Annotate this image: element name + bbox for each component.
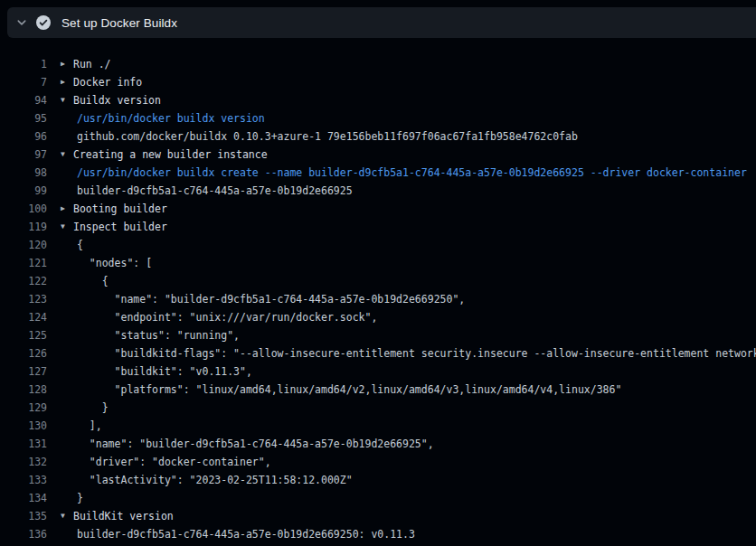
- log-row: 1 ▶ Run ./: [0, 55, 756, 73]
- log-row: 131 "name": "builder-d9cfb5a1-c764-445a-…: [0, 435, 756, 453]
- log-row: 135 ▼ BuildKit version: [0, 507, 756, 525]
- log-line-text: Booting builder: [73, 200, 167, 218]
- log-line-text: BuildKit version: [73, 507, 174, 525]
- log-line-text: Docker info: [73, 73, 142, 91]
- log-line-text: "driver": "docker-container",: [77, 453, 271, 471]
- line-number[interactable]: 128: [7, 381, 47, 399]
- line-number[interactable]: 131: [7, 435, 47, 453]
- chevron-right-icon[interactable]: ▶: [61, 55, 72, 73]
- chevron-right-icon[interactable]: ▶: [61, 73, 72, 91]
- log-row: 95 /usr/bin/docker buildx version: [0, 109, 756, 127]
- log-line-text: /usr/bin/docker buildx create --name bui…: [77, 164, 747, 182]
- log-line-text: "endpoint": "unix:///var/run/docker.sock…: [77, 308, 377, 326]
- chevron-right-icon[interactable]: ▶: [61, 200, 72, 218]
- log-row: 99 builder-d9cfb5a1-c764-445a-a57e-0b19d…: [0, 182, 756, 200]
- line-number[interactable]: 97: [7, 146, 47, 164]
- log-line-text: }: [77, 399, 109, 417]
- log-row: 96 github.com/docker/buildx 0.10.3+azure…: [0, 127, 756, 146]
- line-number[interactable]: 126: [7, 344, 47, 362]
- log-line-text: {: [77, 236, 83, 254]
- line-number[interactable]: 135: [7, 507, 47, 525]
- log-row: 120 {: [0, 236, 756, 254]
- log-line-text: {: [77, 272, 109, 290]
- line-number[interactable]: 122: [7, 272, 47, 290]
- log-row: 124 "endpoint": "unix:///var/run/docker.…: [0, 308, 756, 326]
- log-row: 121 "nodes": [: [0, 254, 756, 272]
- log-row: 126 "buildkitd-flags": "--allow-insecure…: [0, 344, 756, 362]
- line-number[interactable]: 130: [7, 417, 47, 435]
- line-number[interactable]: 96: [7, 127, 47, 146]
- line-number[interactable]: 99: [7, 182, 47, 200]
- line-number[interactable]: 132: [7, 453, 47, 471]
- chevron-down-icon[interactable]: ▼: [61, 218, 72, 236]
- log-row: 128 "platforms": "linux/amd64,linux/amd6…: [0, 381, 756, 399]
- log-line-text: /usr/bin/docker buildx version: [77, 109, 265, 127]
- log-row: 122 {: [0, 272, 756, 290]
- check-circle-icon: [36, 15, 51, 30]
- line-number[interactable]: 98: [7, 164, 47, 182]
- log-row: 7 ▶ Docker info: [0, 73, 756, 91]
- log-row: 97 ▼ Creating a new builder instance: [0, 146, 756, 164]
- log-row: 136 builder-d9cfb5a1-c764-445a-a57e-0b19…: [0, 525, 756, 543]
- log-row: 127 "buildkit": "v0.11.3",: [0, 362, 756, 381]
- log-line-text: Inspect builder: [73, 218, 167, 236]
- log-line-text: "status": "running",: [77, 326, 240, 344]
- log-row: 98 /usr/bin/docker buildx create --name …: [0, 164, 756, 182]
- line-number[interactable]: 119: [7, 218, 47, 236]
- chevron-down-icon[interactable]: ▼: [61, 91, 72, 109]
- line-number[interactable]: 129: [7, 399, 47, 417]
- line-number[interactable]: 7: [7, 73, 47, 91]
- line-number[interactable]: 133: [7, 471, 47, 489]
- line-number[interactable]: 121: [7, 254, 47, 272]
- line-number[interactable]: 100: [7, 200, 47, 218]
- line-number[interactable]: 120: [7, 236, 47, 254]
- log-row: 125 "status": "running",: [0, 326, 756, 344]
- log-line-text: Creating a new builder instance: [73, 146, 268, 164]
- log-line-text: ],: [77, 417, 102, 435]
- log-line-text: Buildx version: [73, 91, 161, 109]
- log-row: 132 "driver": "docker-container",: [0, 453, 756, 471]
- log-line-text: github.com/docker/buildx 0.10.3+azure-1 …: [77, 127, 578, 146]
- step-title: Set up Docker Buildx: [61, 16, 177, 30]
- log-row: 119 ▼ Inspect builder: [0, 218, 756, 236]
- log-line-text: "buildkitd-flags": "--allow-insecure-ent…: [77, 344, 756, 362]
- log-row: 94 ▼ Buildx version: [0, 91, 756, 109]
- log-row: 134 }: [0, 489, 756, 507]
- line-number[interactable]: 123: [7, 290, 47, 308]
- line-number[interactable]: 134: [7, 489, 47, 507]
- log-viewer: Set up Docker Buildx 1 ▶ Run ./ 7 ▶ Dock…: [0, 0, 756, 546]
- line-number[interactable]: 124: [7, 308, 47, 326]
- chevron-down-icon[interactable]: ▼: [61, 507, 72, 525]
- log-line-text: Run ./: [73, 55, 111, 73]
- log-line-text: }: [77, 489, 83, 507]
- step-header[interactable]: Set up Docker Buildx: [7, 7, 756, 38]
- log-row: 123 "name": "builder-d9cfb5a1-c764-445a-…: [0, 290, 756, 308]
- log-lines[interactable]: 1 ▶ Run ./ 7 ▶ Docker info 94 ▼ Buildx v…: [0, 38, 756, 546]
- log-line-text: "name": "builder-d9cfb5a1-c764-445a-a57e…: [77, 290, 465, 308]
- log-line-text: "platforms": "linux/amd64,linux/amd64/v2…: [77, 381, 621, 399]
- line-number[interactable]: 94: [7, 91, 47, 109]
- log-line-text: "buildkit": "v0.11.3",: [77, 362, 252, 381]
- log-row: 133 "lastActivity": "2023-02-25T11:58:12…: [0, 471, 756, 489]
- log-row: 100 ▶ Booting builder: [0, 200, 756, 218]
- line-number[interactable]: 127: [7, 362, 47, 381]
- log-line-text: "lastActivity": "2023-02-25T11:58:12.000…: [77, 471, 353, 489]
- chevron-down-icon[interactable]: [16, 17, 27, 28]
- line-number[interactable]: 95: [7, 109, 47, 127]
- log-line-text: "name": "builder-d9cfb5a1-c764-445a-a57e…: [77, 435, 434, 453]
- log-row: 129 }: [0, 399, 756, 417]
- log-line-text: builder-d9cfb5a1-c764-445a-a57e-0b19d2e6…: [77, 182, 353, 200]
- log-line-text: "nodes": [: [77, 254, 152, 272]
- line-number[interactable]: 1: [7, 55, 47, 73]
- log-row: 130 ],: [0, 417, 756, 435]
- log-line-text: builder-d9cfb5a1-c764-445a-a57e-0b19d2e6…: [77, 525, 415, 543]
- line-number[interactable]: 125: [7, 326, 47, 344]
- line-number[interactable]: 136: [7, 525, 47, 543]
- chevron-down-icon[interactable]: ▼: [61, 146, 72, 164]
